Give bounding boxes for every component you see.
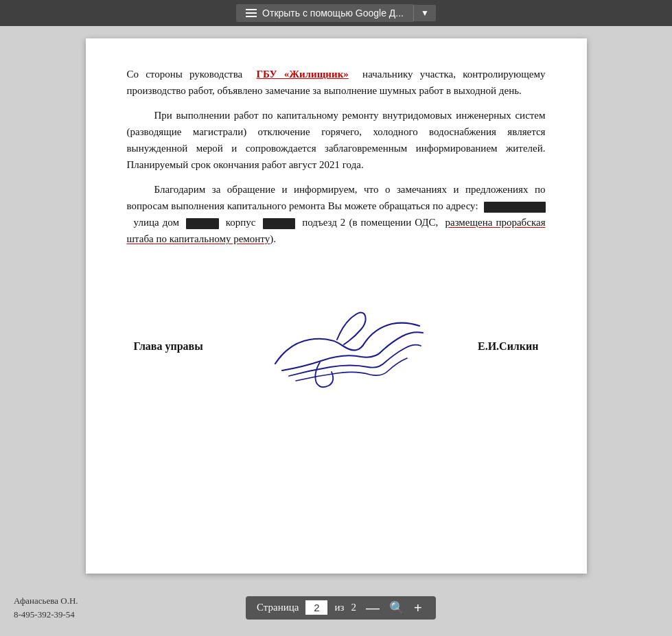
author-info: Афанасьева О.Н. 8-495-392-39-54 bbox=[14, 594, 78, 621]
signature-name: Е.И.Силкин bbox=[478, 340, 539, 353]
redacted-korpus bbox=[263, 218, 296, 229]
para3-mid: улица дом bbox=[134, 217, 179, 228]
minus-icon: — bbox=[366, 600, 380, 615]
zoom-icon: 🔍 bbox=[389, 600, 404, 615]
open-with-button[interactable]: Открыть с помощью Google Д... bbox=[236, 4, 413, 22]
para3-close: ). bbox=[270, 233, 276, 244]
paragraph-3: Благодарим за обращение и информируем, ч… bbox=[127, 181, 546, 247]
redacted-address bbox=[484, 202, 546, 213]
paragraph-1: Со стороны руководства ГБУ «Жилищник» на… bbox=[127, 66, 546, 99]
current-page-input[interactable] bbox=[305, 600, 327, 615]
signature-title: Глава управы bbox=[134, 340, 203, 353]
plus-icon: + bbox=[414, 600, 422, 615]
open-button-label: Открыть с помощью Google Д... bbox=[262, 8, 404, 19]
para3-end: подъезд 2 (в помещении ОДС, bbox=[302, 217, 438, 228]
paragraph-2: При выполнении работ по капитальному рем… bbox=[127, 107, 546, 173]
signature-area: Глава управы Е.И.Силкин bbox=[127, 302, 546, 391]
signature-image bbox=[203, 302, 478, 391]
total-pages: 2 bbox=[351, 602, 356, 613]
chevron-down-icon: ▼ bbox=[421, 8, 429, 18]
redacted-house bbox=[186, 218, 219, 229]
signature-svg bbox=[255, 302, 426, 391]
para3-mid2: корпус bbox=[226, 217, 256, 228]
para1-start: Со стороны руководства bbox=[127, 69, 243, 80]
para3-start: Благодарим за обращение и информируем, ч… bbox=[127, 184, 546, 211]
gbu-link: ГБУ «Жилищник» bbox=[257, 69, 349, 80]
toolbar: Открыть с помощью Google Д... ▼ bbox=[0, 0, 672, 26]
bottom-bar: Афанасьева О.Н. 8-495-392-39-54 Страница… bbox=[0, 586, 672, 629]
document-body: Со стороны руководства ГБУ «Жилищник» на… bbox=[127, 66, 546, 247]
document-page: Со стороны руководства ГБУ «Жилищник» на… bbox=[86, 38, 587, 574]
zoom-out-button[interactable]: — bbox=[363, 601, 382, 615]
menu-icon bbox=[246, 9, 257, 17]
dropdown-arrow-button[interactable]: ▼ bbox=[413, 5, 436, 21]
of-label: из bbox=[334, 602, 344, 613]
pagination-controls: Страница из 2 — 🔍 + bbox=[246, 596, 436, 620]
page-label: Страница bbox=[257, 602, 299, 613]
author-phone: 8-495-392-39-54 bbox=[14, 608, 78, 622]
author-name: Афанасьева О.Н. bbox=[14, 594, 78, 608]
zoom-in-button[interactable]: + bbox=[411, 601, 425, 615]
